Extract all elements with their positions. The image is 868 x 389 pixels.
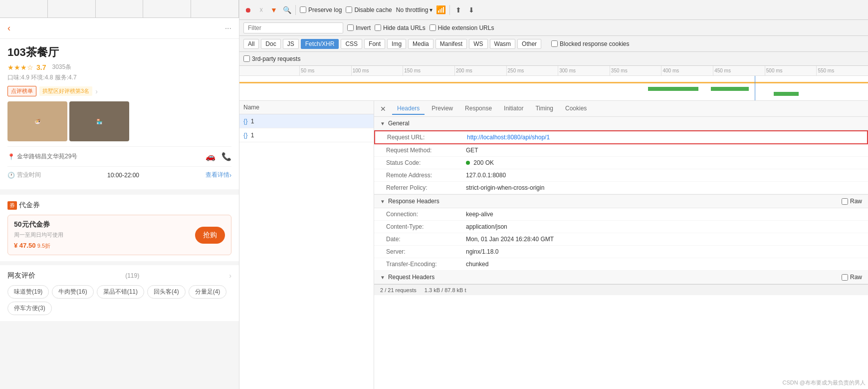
hours-detail[interactable]: 查看详情 › (206, 171, 231, 179)
filter-input[interactable] (243, 22, 343, 33)
more-button[interactable]: ··· (225, 24, 231, 33)
disable-cache-input[interactable] (346, 6, 352, 13)
type-btn-font[interactable]: Font (364, 39, 385, 49)
invert-checkbox[interactable]: Invert (347, 24, 371, 31)
remote-address-label: Remote Address: (386, 172, 466, 179)
type-btn-wasm[interactable]: Wasm (490, 39, 516, 49)
grab-coupon-button[interactable]: 抢购 (195, 227, 225, 244)
preserve-log-label: Preserve log (308, 6, 342, 13)
browser-tab-2[interactable] (48, 0, 96, 17)
request-name-0: 1 (251, 118, 254, 125)
download-icon[interactable]: ⬇ (467, 5, 476, 14)
back-button[interactable]: ‹ (7, 23, 10, 33)
review-tag-3[interactable]: 回头客(4) (147, 285, 186, 299)
review-tag-4[interactable]: 分量足(4) (189, 285, 227, 299)
blocked-cookies-input[interactable] (551, 40, 558, 47)
hide-data-urls-checkbox[interactable]: Hide data URLs (375, 24, 426, 31)
coupon-amount: 50元代金券 (14, 220, 195, 229)
search-icon[interactable]: 🔍 (282, 5, 291, 14)
type-btn-all[interactable]: All (243, 39, 259, 49)
throttle-dropdown[interactable]: No throttling ▾ (396, 6, 433, 13)
upload-icon[interactable]: ⬆ (454, 5, 463, 14)
timeline-blue-marker (755, 76, 755, 101)
hide-extension-urls-input[interactable] (430, 24, 436, 31)
type-btn-other[interactable]: Other (517, 39, 541, 49)
date-label: Date: (386, 236, 466, 243)
badge-rank: 拱墅区好评榜第3名 (39, 86, 92, 96)
date-value: Mon, 01 Jan 2024 16:28:40 GMT (466, 236, 856, 243)
chevron-icon: › (95, 87, 98, 95)
content-type-row: Content-Type: application/json (374, 221, 868, 233)
review-tag-1[interactable]: 牛肉赞(16) (52, 285, 93, 299)
review-tag-0[interactable]: 味道赞(19) (7, 285, 49, 299)
request-item-0[interactable]: {} 1 (239, 114, 374, 128)
type-btn-media[interactable]: Media (408, 39, 434, 49)
type-btn-img[interactable]: Img (387, 39, 406, 49)
request-raw-checkbox[interactable]: Raw (842, 274, 862, 281)
record-icon[interactable]: ⏺ (243, 5, 252, 14)
tab-preview[interactable]: Preview (427, 103, 458, 115)
tab-response[interactable]: Response (460, 103, 497, 115)
details-close-button[interactable]: ✕ (378, 104, 388, 114)
review-tag-2[interactable]: 菜品不错(11) (97, 285, 144, 299)
clear-icon[interactable]: ☓ (256, 5, 265, 14)
type-btn-manifest[interactable]: Manifest (435, 39, 467, 49)
filter-icon[interactable]: ▼ (269, 5, 278, 14)
browser-tab-5[interactable] (191, 0, 239, 17)
timeline-green-bar-3 (774, 92, 799, 96)
status-bar: 2 / 21 requests 1.3 kB / 87.8 kB t CSDN … (374, 284, 868, 295)
browser-tab-1[interactable] (0, 0, 48, 17)
type-btn-doc[interactable]: Doc (261, 39, 280, 49)
type-btn-ws[interactable]: WS (469, 39, 487, 49)
invert-label: Invert (356, 24, 371, 31)
request-item-1[interactable]: {} 1 (239, 128, 374, 142)
type-btn-css[interactable]: CSS (341, 39, 362, 49)
hours-row: 🕐 营业时间 10:00-22:00 查看详情 › (7, 166, 231, 183)
third-party-label: 3rd-party requests (252, 55, 300, 62)
preserve-log-checkbox[interactable]: Preserve log (300, 6, 342, 13)
tick-200: 200 ms (454, 66, 506, 75)
browser-tab-4[interactable] (143, 0, 191, 17)
separator-1 (295, 5, 296, 15)
tab-timing[interactable]: Timing (530, 103, 558, 115)
third-party-input[interactable] (243, 55, 250, 62)
request-method-label: Request Method: (386, 147, 466, 154)
review-tag-5[interactable]: 停车方便(3) (7, 302, 52, 315)
server-value: nginx/1.18.0 (466, 248, 856, 255)
request-headers-section-header[interactable]: ▼ Request Headers Raw (374, 271, 868, 284)
location-icon: 📍 (7, 153, 15, 160)
preserve-log-input[interactable] (300, 6, 306, 13)
general-section-header[interactable]: ▼ General (374, 117, 868, 130)
tab-headers[interactable]: Headers (392, 103, 425, 115)
transfer-encoding-row: Transfer-Encoding: chunked (374, 258, 868, 271)
car-icon[interactable]: 🚗 (206, 152, 216, 161)
invert-input[interactable] (347, 24, 354, 31)
type-btn-fetchxhr[interactable]: Fetch/XHR (301, 39, 339, 49)
tick-150: 150 ms (403, 66, 454, 75)
food-images: 🍜 🏪 (7, 101, 231, 141)
browser-tab-3[interactable] (96, 0, 144, 17)
restaurant-info-section: 103茶餐厅 ★★★☆ 3.7 3035条 口味:4.9 环境:4.8 服务:4… (0, 39, 239, 191)
content-type-label: Content-Type: (386, 223, 466, 230)
type-filter-row: All Doc JS Fetch/XHR CSS Font Img Media … (239, 36, 868, 52)
hide-data-urls-input[interactable] (375, 24, 381, 31)
hide-extension-urls-checkbox[interactable]: Hide extension URLs (430, 24, 494, 31)
reviews-count: (119) (125, 272, 139, 279)
tab-initiator[interactable]: Initiator (499, 103, 528, 115)
phone-icon[interactable]: 📞 (221, 152, 231, 161)
stars: ★★★☆ (7, 63, 33, 71)
tick-450: 450 ms (713, 66, 765, 75)
type-btn-js[interactable]: JS (283, 39, 299, 49)
address-icons: 🚗 📞 (206, 152, 231, 161)
tab-cookies[interactable]: Cookies (560, 103, 592, 115)
disable-cache-checkbox[interactable]: Disable cache (346, 6, 392, 13)
raw-input[interactable] (842, 198, 848, 205)
request-raw-input[interactable] (842, 274, 848, 281)
general-toggle-icon: ▼ (380, 121, 385, 126)
reviews-chevron-icon[interactable]: › (229, 272, 231, 280)
third-party-checkbox[interactable]: 3rd-party requests (243, 55, 300, 62)
raw-checkbox[interactable]: Raw (842, 198, 862, 205)
response-headers-section-header[interactable]: ▼ Response Headers Raw (374, 194, 868, 208)
status-code-value: 200 OK (466, 159, 856, 166)
blocked-cookies-checkbox[interactable]: Blocked response cookies (551, 40, 629, 47)
